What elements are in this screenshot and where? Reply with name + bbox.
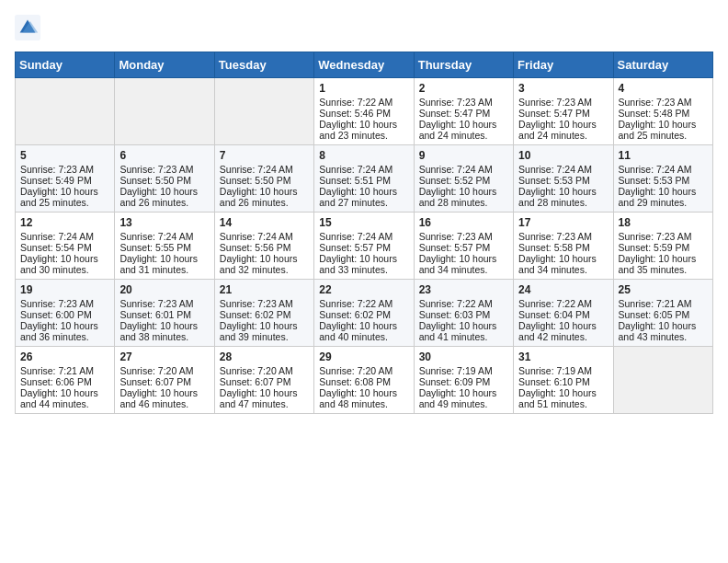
header-saturday: Saturday: [613, 52, 712, 78]
sunrise-text: Sunrise: 7:23 AM: [419, 231, 493, 242]
sunrise-text: Sunrise: 7:19 AM: [518, 365, 592, 376]
sunset-text: Sunset: 5:50 PM: [220, 175, 291, 186]
day-number: 23: [419, 283, 508, 296]
daylight-text: Daylight: 10 hours and 46 minutes.: [119, 387, 198, 409]
sunset-text: Sunset: 5:52 PM: [419, 175, 491, 186]
calendar-cell: 19Sunrise: 7:23 AMSunset: 6:00 PMDayligh…: [16, 280, 115, 347]
day-number: 24: [518, 283, 608, 296]
calendar-cell: 1Sunrise: 7:22 AMSunset: 5:46 PMDaylight…: [314, 78, 414, 145]
day-number: 10: [518, 149, 608, 162]
day-number: 4: [619, 82, 708, 95]
daylight-text: Daylight: 10 hours and 44 minutes.: [20, 387, 98, 409]
sunrise-text: Sunrise: 7:23 AM: [518, 97, 592, 108]
sunset-text: Sunset: 5:53 PM: [619, 175, 690, 186]
sunrise-text: Sunrise: 7:20 AM: [319, 365, 392, 376]
sunset-text: Sunset: 5:55 PM: [119, 242, 191, 253]
calendar-cell: 14Sunrise: 7:24 AMSunset: 5:56 PMDayligh…: [214, 213, 313, 280]
page-header: [15, 15, 713, 40]
header-wednesday: Wednesday: [314, 52, 414, 78]
calendar-cell: 26Sunrise: 7:21 AMSunset: 6:06 PMDayligh…: [16, 347, 115, 414]
day-number: 26: [20, 350, 109, 363]
sunrise-text: Sunrise: 7:23 AM: [119, 298, 193, 309]
calendar-cell: 7Sunrise: 7:24 AMSunset: 5:50 PMDaylight…: [214, 145, 313, 213]
sunset-text: Sunset: 6:04 PM: [518, 309, 590, 320]
sunset-text: Sunset: 6:06 PM: [20, 376, 92, 387]
day-number: 17: [518, 216, 608, 229]
sunset-text: Sunset: 6:00 PM: [20, 309, 92, 320]
sunrise-text: Sunrise: 7:23 AM: [619, 231, 692, 242]
calendar-cell: 16Sunrise: 7:23 AMSunset: 5:57 PMDayligh…: [414, 213, 513, 280]
day-number: 20: [119, 283, 209, 296]
sunset-text: Sunset: 5:54 PM: [20, 242, 92, 253]
daylight-text: Daylight: 10 hours and 32 minutes.: [220, 253, 298, 275]
sunset-text: Sunset: 5:48 PM: [619, 108, 690, 119]
calendar-cell: 2Sunrise: 7:23 AMSunset: 5:47 PMDaylight…: [414, 78, 513, 145]
calendar-week-row: 26Sunrise: 7:21 AMSunset: 6:06 PMDayligh…: [16, 347, 713, 414]
header-thursday: Thursday: [414, 52, 513, 78]
sunrise-text: Sunrise: 7:24 AM: [319, 231, 392, 242]
calendar-cell: 24Sunrise: 7:22 AMSunset: 6:04 PMDayligh…: [514, 280, 613, 347]
daylight-text: Daylight: 10 hours and 25 minutes.: [619, 119, 697, 141]
daylight-text: Daylight: 10 hours and 24 minutes.: [518, 119, 597, 141]
daylight-text: Daylight: 10 hours and 49 minutes.: [419, 387, 497, 409]
calendar-cell: 6Sunrise: 7:23 AMSunset: 5:50 PMDaylight…: [115, 145, 214, 213]
sunrise-text: Sunrise: 7:20 AM: [220, 365, 293, 376]
sunset-text: Sunset: 6:07 PM: [220, 376, 291, 387]
calendar-week-row: 19Sunrise: 7:23 AMSunset: 6:00 PMDayligh…: [16, 280, 713, 347]
calendar-cell: 21Sunrise: 7:23 AMSunset: 6:02 PMDayligh…: [214, 280, 313, 347]
daylight-text: Daylight: 10 hours and 48 minutes.: [319, 387, 397, 409]
calendar-cell: 5Sunrise: 7:23 AMSunset: 5:49 PMDaylight…: [16, 145, 115, 213]
day-number: 21: [220, 283, 309, 296]
sunrise-text: Sunrise: 7:23 AM: [119, 164, 193, 175]
calendar-cell: 4Sunrise: 7:23 AMSunset: 5:48 PMDaylight…: [613, 78, 712, 145]
daylight-text: Daylight: 10 hours and 47 minutes.: [220, 387, 298, 409]
daylight-text: Daylight: 10 hours and 38 minutes.: [119, 320, 198, 342]
calendar-cell: 9Sunrise: 7:24 AMSunset: 5:52 PMDaylight…: [414, 145, 513, 213]
calendar-cell: [16, 78, 115, 145]
daylight-text: Daylight: 10 hours and 24 minutes.: [419, 119, 497, 141]
calendar-cell: 11Sunrise: 7:24 AMSunset: 5:53 PMDayligh…: [613, 145, 712, 213]
sunrise-text: Sunrise: 7:22 AM: [319, 97, 392, 108]
sunset-text: Sunset: 5:58 PM: [518, 242, 590, 253]
calendar-header-row: SundayMondayTuesdayWednesdayThursdayFrid…: [16, 52, 713, 78]
sunset-text: Sunset: 5:47 PM: [518, 108, 590, 119]
daylight-text: Daylight: 10 hours and 29 minutes.: [619, 186, 697, 208]
sunset-text: Sunset: 6:09 PM: [419, 376, 491, 387]
daylight-text: Daylight: 10 hours and 34 minutes.: [419, 253, 497, 275]
calendar-cell: [613, 347, 712, 414]
calendar-week-row: 5Sunrise: 7:23 AMSunset: 5:49 PMDaylight…: [16, 145, 713, 213]
sunset-text: Sunset: 5:56 PM: [220, 242, 291, 253]
calendar-cell: 12Sunrise: 7:24 AMSunset: 5:54 PMDayligh…: [16, 213, 115, 280]
sunrise-text: Sunrise: 7:21 AM: [619, 298, 692, 309]
day-number: 3: [518, 82, 608, 95]
day-number: 28: [220, 350, 309, 363]
calendar-cell: 27Sunrise: 7:20 AMSunset: 6:07 PMDayligh…: [115, 347, 214, 414]
daylight-text: Daylight: 10 hours and 42 minutes.: [518, 320, 597, 342]
calendar-table: SundayMondayTuesdayWednesdayThursdayFrid…: [15, 52, 713, 414]
sunrise-text: Sunrise: 7:24 AM: [220, 164, 293, 175]
header-tuesday: Tuesday: [214, 52, 313, 78]
calendar-cell: 20Sunrise: 7:23 AMSunset: 6:01 PMDayligh…: [115, 280, 214, 347]
sunrise-text: Sunrise: 7:22 AM: [319, 298, 392, 309]
day-number: 18: [619, 216, 708, 229]
day-number: 1: [319, 82, 408, 95]
calendar-cell: 29Sunrise: 7:20 AMSunset: 6:08 PMDayligh…: [314, 347, 414, 414]
sunset-text: Sunset: 5:57 PM: [419, 242, 491, 253]
day-number: 27: [119, 350, 209, 363]
sunrise-text: Sunrise: 7:24 AM: [220, 231, 293, 242]
sunrise-text: Sunrise: 7:22 AM: [518, 298, 592, 309]
calendar-week-row: 1Sunrise: 7:22 AMSunset: 5:46 PMDaylight…: [16, 78, 713, 145]
calendar-cell: 30Sunrise: 7:19 AMSunset: 6:09 PMDayligh…: [414, 347, 513, 414]
sunset-text: Sunset: 5:50 PM: [119, 175, 191, 186]
daylight-text: Daylight: 10 hours and 41 minutes.: [419, 320, 497, 342]
sunset-text: Sunset: 6:01 PM: [119, 309, 191, 320]
daylight-text: Daylight: 10 hours and 27 minutes.: [319, 186, 397, 208]
sunrise-text: Sunrise: 7:24 AM: [119, 231, 193, 242]
daylight-text: Daylight: 10 hours and 31 minutes.: [119, 253, 198, 275]
daylight-text: Daylight: 10 hours and 28 minutes.: [518, 186, 597, 208]
sunrise-text: Sunrise: 7:22 AM: [419, 298, 493, 309]
calendar-cell: 3Sunrise: 7:23 AMSunset: 5:47 PMDaylight…: [514, 78, 613, 145]
daylight-text: Daylight: 10 hours and 36 minutes.: [20, 320, 98, 342]
sunset-text: Sunset: 5:53 PM: [518, 175, 590, 186]
daylight-text: Daylight: 10 hours and 34 minutes.: [518, 253, 597, 275]
